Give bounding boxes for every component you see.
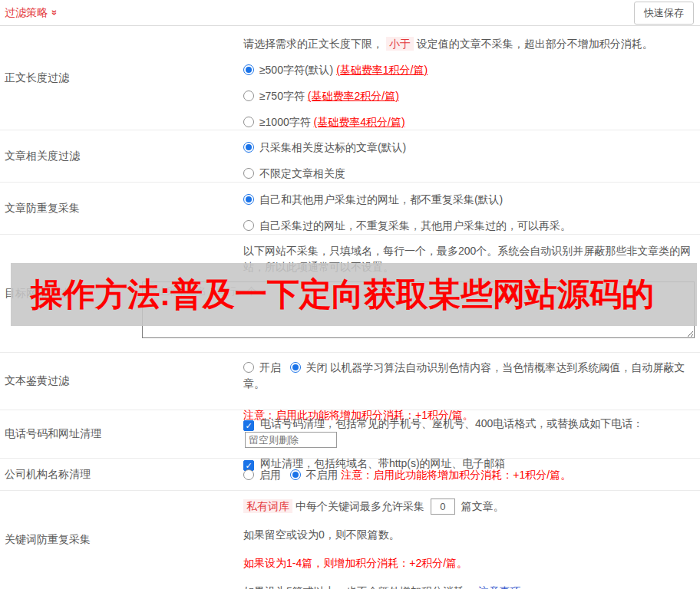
page-title: 过滤策略 [5, 6, 48, 20]
row-content: 请选择需求的正文长度下限， 小于 设定值的文章不采集，超出部分不增加积分消耗。 … [243, 26, 700, 130]
row-content: 启用 不启用 注意：启用此功能将增加积分消耗：+1积分/篇。 [243, 459, 700, 490]
radio-icon[interactable] [290, 362, 301, 373]
row-label: 电话号码和网址清理 [0, 410, 243, 458]
row-content: 开启 关闭 以机器学习算法自动识别色情内容，当色情概率达到系统阈值，自动屏蔽文章… [243, 353, 700, 410]
radio-icon[interactable] [243, 194, 254, 205]
quick-save-button[interactable]: 快速保存 [634, 2, 694, 25]
row-label: 正文长度过滤 [0, 26, 243, 130]
radio-option-porn-on[interactable]: 开启 [243, 361, 284, 373]
content-length-intro: 请选择需求的正文长度下限， 小于 设定值的文章不采集，超出部分不增加积分消耗。 [243, 36, 695, 52]
radio-option-500[interactable]: ≥500字符(默认) (基础费率1积分/篇) [243, 62, 695, 78]
radio-icon[interactable] [243, 117, 254, 127]
row-label: 公司机构名称清理 [0, 459, 243, 490]
radio-option-relevance-off[interactable]: 不限定文章相关度 [243, 166, 695, 182]
radio-option-porn-off[interactable]: 关闭 [290, 361, 331, 373]
radio-option-750[interactable]: ≥750字符 (基础费率2积分/篇) [243, 88, 695, 104]
keyword-note-five: 如果设为5篇或以上，也不会额外增加积分消耗。 注意事项« [243, 584, 695, 589]
radio-icon[interactable] [243, 142, 254, 153]
row-phone-url-clean: 电话号码和网址清理 电话号码清理，包括常见的手机号、座机号、400电话格式，或替… [0, 410, 700, 459]
double-chevron-down-icon: « [48, 10, 58, 15]
checkbox-icon[interactable] [243, 420, 254, 431]
radio-icon[interactable] [243, 469, 254, 480]
less-than-tag: 小于 [386, 37, 414, 51]
keyword-note-cost: 如果设为1-4篇，则增加积分消耗：+2积分/篇。 [243, 555, 695, 571]
row-content: 电话号码清理，包括常见的手机号、座机号、400电话格式，或替换成如下电话： 网址… [243, 410, 700, 458]
row-label: 文章防重复采集 [0, 183, 243, 234]
row-content: 只采集相关度达标的文章(默认) 不限定文章相关度 [243, 130, 700, 182]
filter-settings-page: 过滤策略 « 快速保存 正文长度过滤 请选择需求的正文长度下限， 小于 设定值的… [0, 0, 700, 589]
row-dedup-collect: 文章防重复采集 自己和其他用户采集过的网址，都不重复采集(默认) 自己采集过的网… [0, 183, 700, 235]
row-content-length-filter: 正文长度过滤 请选择需求的正文长度下限， 小于 设定值的文章不采集，超出部分不增… [0, 26, 700, 130]
row-label: 文本鉴黄过滤 [0, 353, 243, 410]
replacement-phone-input[interactable] [245, 432, 337, 448]
overlay-banner: 操作方法:普及一下定向获取某些网站源码的 [11, 263, 697, 326]
radio-option-company-off[interactable]: 不启用 [290, 469, 342, 481]
overlay-banner-text: 操作方法:普及一下定向获取某些网站源码的 [11, 273, 654, 316]
row-content: 自己和其他用户采集过的网址，都不重复采集(默认) 自己采集过的网址，不重复采集，… [243, 183, 700, 234]
base-rate-link[interactable]: (基础费率4积分/篇) [314, 116, 405, 128]
keyword-limit-line: 私有词库 中每个关键词最多允许采集 篇文章。 [243, 499, 695, 515]
base-rate-link[interactable]: (基础费率2积分/篇) [308, 90, 399, 102]
radio-icon[interactable] [290, 469, 301, 480]
row-keyword-dedup: 关键词防重复采集 私有词库 中每个关键词最多允许采集 篇文章。 如果留空或设为0… [0, 491, 700, 589]
radio-icon[interactable] [243, 64, 254, 75]
row-relevance-filter: 文章相关度过滤 只采集相关度达标的文章(默认) 不限定文章相关度 [0, 130, 700, 183]
radio-option-1000[interactable]: ≥1000字符 (基础费率4积分/篇) [243, 114, 695, 130]
row-company-name-clean: 公司机构名称清理 启用 不启用 注意：启用此功能将增加积分消耗：+1积分/篇。 [0, 459, 700, 491]
radio-option-relevance-on[interactable]: 只采集相关度达标的文章(默认) [243, 140, 695, 156]
radio-option-dedup-all[interactable]: 自己和其他用户采集过的网址，都不重复采集(默认) [243, 192, 695, 208]
radio-icon[interactable] [243, 90, 254, 101]
keyword-limit-input[interactable] [431, 499, 455, 515]
notes-link[interactable]: 注意事项 [478, 585, 521, 589]
row-label: 关键词防重复采集 [0, 491, 243, 589]
radio-icon[interactable] [243, 220, 254, 231]
keyword-note-zero: 如果留空或设为0，则不限篇数。 [243, 527, 695, 543]
header-bar: 过滤策略 « 快速保存 [0, 0, 700, 26]
row-content: 私有词库 中每个关键词最多允许采集 篇文章。 如果留空或设为0，则不限篇数。 如… [243, 491, 700, 589]
checkbox-phone-clean[interactable]: 电话号码清理，包括常见的手机号、座机号、400电话格式，或替换成如下电话： [243, 416, 695, 448]
radio-icon[interactable] [243, 362, 254, 373]
company-clean-note: 注意：启用此功能将增加积分消耗：+1积分/篇。 [341, 469, 571, 481]
row-label: 文章相关度过滤 [0, 130, 243, 182]
radio-option-company-on[interactable]: 启用 [243, 469, 284, 481]
radio-option-dedup-self[interactable]: 自己采集过的网址，不重复采集，其他用户采集过的，可以再采。 [243, 218, 695, 234]
row-porn-filter: 文本鉴黄过滤 开启 关闭 以机器学习算法自动识别色情内容，当色情概率达到系统阈值… [0, 353, 700, 410]
private-lexicon-tag: 私有词库 [243, 499, 292, 513]
radio-icon[interactable] [243, 168, 254, 179]
base-rate-link[interactable]: (基础费率1积分/篇) [336, 64, 428, 76]
section-title-toggle[interactable]: 过滤策略 « [5, 6, 56, 20]
